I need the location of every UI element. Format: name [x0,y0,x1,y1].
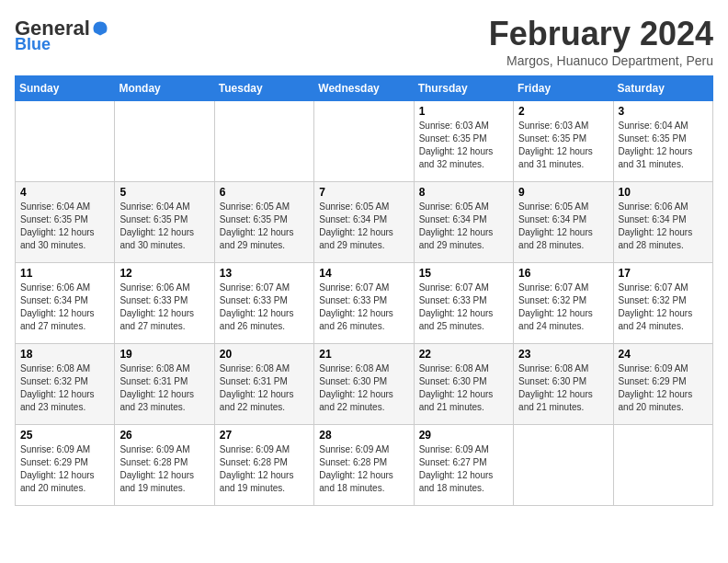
header-cell-thursday: Thursday [414,76,513,101]
calendar-body: 1Sunrise: 6:03 AM Sunset: 6:35 PM Daylig… [16,101,713,506]
title-area: February 2024 Margos, Huanuco Department… [489,15,713,68]
calendar-cell: 8Sunrise: 6:05 AM Sunset: 6:34 PM Daylig… [414,182,513,263]
day-number: 20 [220,348,309,361]
calendar-cell: 1Sunrise: 6:03 AM Sunset: 6:35 PM Daylig… [414,101,513,182]
day-detail: Sunrise: 6:08 AM Sunset: 6:31 PM Dayligh… [220,362,309,414]
day-number: 13 [220,267,309,280]
calendar-cell [514,425,613,506]
day-number: 15 [419,267,508,280]
calendar-cell [115,101,214,182]
day-number: 7 [319,186,408,199]
calendar-week-4: 18Sunrise: 6:08 AM Sunset: 6:32 PM Dayli… [16,344,713,425]
calendar-header-row: SundayMondayTuesdayWednesdayThursdayFrid… [16,76,713,101]
logo-icon [92,20,108,37]
calendar-cell: 21Sunrise: 6:08 AM Sunset: 6:30 PM Dayli… [314,344,414,425]
day-number: 29 [419,429,508,442]
day-number: 21 [319,348,408,361]
calendar-cell: 29Sunrise: 6:09 AM Sunset: 6:27 PM Dayli… [414,425,513,506]
calendar-cell: 12Sunrise: 6:06 AM Sunset: 6:33 PM Dayli… [115,263,214,344]
calendar-week-5: 25Sunrise: 6:09 AM Sunset: 6:29 PM Dayli… [16,425,713,506]
day-detail: Sunrise: 6:04 AM Sunset: 6:35 PM Dayligh… [619,120,708,171]
day-detail: Sunrise: 6:03 AM Sunset: 6:35 PM Dayligh… [419,120,508,171]
header-cell-saturday: Saturday [613,76,712,101]
day-detail: Sunrise: 6:08 AM Sunset: 6:30 PM Dayligh… [518,362,608,414]
day-detail: Sunrise: 6:07 AM Sunset: 6:33 PM Dayligh… [419,282,508,333]
day-detail: Sunrise: 6:09 AM Sunset: 6:29 PM Dayligh… [20,443,109,495]
header: General Blue February 2024 Margos, Huanu… [15,15,713,68]
logo: General Blue [15,18,108,54]
calendar-cell: 7Sunrise: 6:05 AM Sunset: 6:34 PM Daylig… [314,182,414,263]
day-detail: Sunrise: 6:09 AM Sunset: 6:28 PM Dayligh… [119,443,209,495]
calendar-cell: 25Sunrise: 6:09 AM Sunset: 6:29 PM Dayli… [16,425,115,506]
day-detail: Sunrise: 6:07 AM Sunset: 6:32 PM Dayligh… [619,282,708,333]
day-detail: Sunrise: 6:09 AM Sunset: 6:29 PM Dayligh… [619,362,708,414]
day-number: 22 [419,348,508,361]
calendar-cell [613,425,712,506]
calendar-cell: 6Sunrise: 6:05 AM Sunset: 6:35 PM Daylig… [214,182,313,263]
calendar-cell: 11Sunrise: 6:06 AM Sunset: 6:34 PM Dayli… [16,263,115,344]
day-detail: Sunrise: 6:07 AM Sunset: 6:32 PM Dayligh… [518,282,608,333]
calendar-week-3: 11Sunrise: 6:06 AM Sunset: 6:34 PM Dayli… [16,263,713,344]
header-cell-monday: Monday [115,76,214,101]
calendar-cell: 17Sunrise: 6:07 AM Sunset: 6:32 PM Dayli… [613,263,712,344]
calendar-cell: 10Sunrise: 6:06 AM Sunset: 6:34 PM Dayli… [613,182,712,263]
day-number: 28 [319,429,408,442]
day-detail: Sunrise: 6:07 AM Sunset: 6:33 PM Dayligh… [319,282,408,333]
calendar-cell: 23Sunrise: 6:08 AM Sunset: 6:30 PM Dayli… [514,344,613,425]
day-detail: Sunrise: 6:07 AM Sunset: 6:33 PM Dayligh… [220,282,309,333]
day-detail: Sunrise: 6:08 AM Sunset: 6:31 PM Dayligh… [119,362,209,414]
calendar-cell: 24Sunrise: 6:09 AM Sunset: 6:29 PM Dayli… [613,344,712,425]
day-detail: Sunrise: 6:09 AM Sunset: 6:28 PM Dayligh… [319,443,408,495]
day-detail: Sunrise: 6:08 AM Sunset: 6:30 PM Dayligh… [319,362,408,414]
calendar-cell: 22Sunrise: 6:08 AM Sunset: 6:30 PM Dayli… [414,344,513,425]
day-number: 14 [319,267,408,280]
calendar-cell: 26Sunrise: 6:09 AM Sunset: 6:28 PM Dayli… [115,425,214,506]
day-detail: Sunrise: 6:09 AM Sunset: 6:27 PM Dayligh… [419,443,508,495]
calendar-cell: 19Sunrise: 6:08 AM Sunset: 6:31 PM Dayli… [115,344,214,425]
calendar-cell [16,101,115,182]
calendar-cell: 14Sunrise: 6:07 AM Sunset: 6:33 PM Dayli… [314,263,414,344]
calendar-cell: 3Sunrise: 6:04 AM Sunset: 6:35 PM Daylig… [613,101,712,182]
calendar-table: SundayMondayTuesdayWednesdayThursdayFrid… [15,75,713,506]
header-cell-tuesday: Tuesday [214,76,313,101]
day-detail: Sunrise: 6:04 AM Sunset: 6:35 PM Dayligh… [20,201,109,252]
day-detail: Sunrise: 6:05 AM Sunset: 6:34 PM Dayligh… [518,201,608,252]
day-detail: Sunrise: 6:06 AM Sunset: 6:33 PM Dayligh… [119,282,209,333]
day-number: 8 [419,186,508,199]
day-detail: Sunrise: 6:06 AM Sunset: 6:34 PM Dayligh… [20,282,109,333]
day-number: 23 [518,348,608,361]
day-number: 4 [20,186,109,199]
calendar-cell: 27Sunrise: 6:09 AM Sunset: 6:28 PM Dayli… [214,425,313,506]
calendar-cell: 16Sunrise: 6:07 AM Sunset: 6:32 PM Dayli… [514,263,613,344]
day-number: 27 [220,429,309,442]
day-detail: Sunrise: 6:08 AM Sunset: 6:32 PM Dayligh… [20,362,109,414]
header-cell-wednesday: Wednesday [314,76,414,101]
day-number: 16 [518,267,608,280]
calendar-cell: 4Sunrise: 6:04 AM Sunset: 6:35 PM Daylig… [16,182,115,263]
day-number: 5 [119,186,209,199]
header-cell-sunday: Sunday [16,76,115,101]
day-number: 3 [619,105,708,118]
day-number: 17 [619,267,708,280]
day-detail: Sunrise: 6:04 AM Sunset: 6:35 PM Dayligh… [119,201,209,252]
month-title: February 2024 [489,15,713,53]
calendar-week-1: 1Sunrise: 6:03 AM Sunset: 6:35 PM Daylig… [16,101,713,182]
day-detail: Sunrise: 6:03 AM Sunset: 6:35 PM Dayligh… [518,120,608,171]
calendar-cell: 9Sunrise: 6:05 AM Sunset: 6:34 PM Daylig… [514,182,613,263]
calendar-cell: 15Sunrise: 6:07 AM Sunset: 6:33 PM Dayli… [414,263,513,344]
calendar-cell [214,101,313,182]
day-detail: Sunrise: 6:08 AM Sunset: 6:30 PM Dayligh… [419,362,508,414]
location-title: Margos, Huanuco Department, Peru [489,53,713,68]
calendar-cell: 20Sunrise: 6:08 AM Sunset: 6:31 PM Dayli… [214,344,313,425]
day-detail: Sunrise: 6:05 AM Sunset: 6:34 PM Dayligh… [319,201,408,252]
day-detail: Sunrise: 6:05 AM Sunset: 6:35 PM Dayligh… [220,201,309,252]
calendar-cell: 5Sunrise: 6:04 AM Sunset: 6:35 PM Daylig… [115,182,214,263]
day-number: 9 [518,186,608,199]
calendar-cell: 18Sunrise: 6:08 AM Sunset: 6:32 PM Dayli… [16,344,115,425]
day-detail: Sunrise: 6:09 AM Sunset: 6:28 PM Dayligh… [220,443,309,495]
calendar-cell: 28Sunrise: 6:09 AM Sunset: 6:28 PM Dayli… [314,425,414,506]
calendar-cell [314,101,414,182]
calendar-week-2: 4Sunrise: 6:04 AM Sunset: 6:35 PM Daylig… [16,182,713,263]
day-number: 26 [119,429,209,442]
day-number: 6 [220,186,309,199]
